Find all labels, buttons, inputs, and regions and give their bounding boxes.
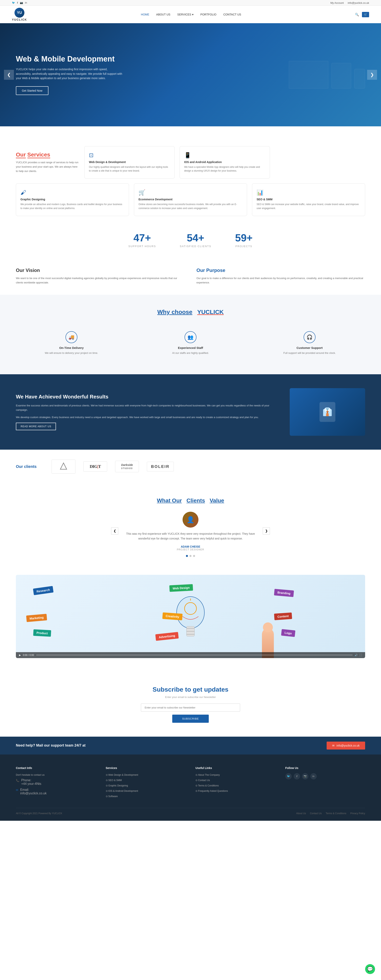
footer-phone: +44 your-4Nts <box>21 782 41 786</box>
delivery-title: On-Time Delivery <box>20 346 123 350</box>
web-design-title: Web Design & Development <box>89 161 170 164</box>
hero-section: ❮ Web & Mobile Development YUCLICK helps… <box>0 23 381 126</box>
read-more-button[interactable]: READ MORE ABOUT US <box>16 423 56 430</box>
footer-bottom-about[interactable]: About Us <box>296 812 306 815</box>
testimonial-dots <box>16 555 365 557</box>
footer-link-faq[interactable]: ⊙ Frequently Asked Questions <box>196 789 276 793</box>
video-tag-research: Research <box>33 586 53 595</box>
vision-purpose-section: Our Vision We want to be one of the most… <box>0 258 381 295</box>
footer-bottom-terms[interactable]: Terms & Conditions <box>326 812 346 815</box>
service-card-web: ⊡ Web Design & Development Our highly qu… <box>84 146 175 178</box>
support-email[interactable]: ✉ info@yuclick.co.uk <box>327 741 365 749</box>
footer-service-link-webdesign[interactable]: ⊙ Web Design & Development <box>106 773 186 777</box>
footer-link-about[interactable]: ⊙ About The Company <box>196 773 276 777</box>
footer-bottom-links: About Us Contact Us Terms & Conditions P… <box>296 812 365 815</box>
vision-text: We want to be one of the most successful… <box>16 276 185 285</box>
footer-contact-col: Contact Info Don't hesitate to contact u… <box>16 767 96 800</box>
web-design-icon: ⊡ <box>89 152 170 159</box>
footer-follow-title: Follow Us <box>285 767 365 770</box>
footer-service-link-graphic[interactable]: ⊙ Graphic Designing <box>106 784 186 788</box>
social-icons-top[interactable]: 🐦 𝐟 📷 in <box>12 1 27 4</box>
footer-services-title: Services <box>106 767 186 770</box>
client-logo-digit: DIG|T <box>83 461 107 472</box>
stat-support: 47+ SUPPORT HOURS <box>128 232 156 248</box>
subscribe-section: Subscribe to get updates Enter your emai… <box>0 672 381 737</box>
purpose-title: Our Purpose <box>196 267 365 273</box>
testimonial-role: PROJECT DESIGNER <box>121 548 260 551</box>
footer-service-link-ios[interactable]: ⊙ IOS & Android Development <box>106 789 186 793</box>
footer-bottom-privacy[interactable]: Privacy Policy <box>350 812 365 815</box>
footer-email: info@yuclick.co.uk <box>20 792 47 795</box>
testimonial-next-button[interactable]: ❯ <box>263 527 270 535</box>
achievements-section: We Have Achieved Wonderful Results Exami… <box>0 374 381 450</box>
testimonial-card: 👤 This was my first experience with YUCL… <box>121 512 260 551</box>
fullscreen-icon[interactable]: ⛶ <box>360 654 362 657</box>
cart-icon-nav[interactable]: 🛒 <box>362 12 369 17</box>
testimonial-prev-button[interactable]: ❮ <box>111 527 118 535</box>
footer-service-link-seo[interactable]: ⊙ SEO & SMM <box>106 778 186 782</box>
nav-contact[interactable]: CONTACT US <box>223 13 241 16</box>
nav-portfolio[interactable]: PORTFOLIO <box>201 13 217 16</box>
stat-projects: 59+ PROJECTS <box>235 232 253 248</box>
video-section: Research Web Design Branding Marketing C… <box>0 571 381 672</box>
logo-text: YUCLICK <box>12 18 27 21</box>
footer-instagram-icon[interactable]: 📷 <box>302 773 308 780</box>
footer: Contact Info Don't hesitate to contact u… <box>0 754 381 821</box>
my-account-link[interactable]: My Account <box>330 2 344 4</box>
twitter-icon-top[interactable]: 🐦 <box>12 1 15 4</box>
footer-phone-label: Phone: <box>21 778 41 782</box>
delivery-desc: We will ensure to delivery your project … <box>20 352 123 355</box>
logo[interactable]: YU YUCLICK <box>12 8 27 21</box>
video-time: 0:00 / 0:00 <box>23 654 34 657</box>
why-card-support: 🎧 Customer Support Full support will be … <box>254 325 365 360</box>
footer-facebook-icon[interactable]: 𝐟 <box>294 773 300 780</box>
clients-logos: DIG|T DarksideSTUDIOS BOLEIR <box>52 460 174 474</box>
email-icon: ✉ <box>332 744 335 747</box>
nav-about[interactable]: ABOUT US <box>156 13 170 16</box>
service-card-ecommerce: 🛒 Ecommerce Development Online stores ar… <box>134 183 247 216</box>
footer-link-terms[interactable]: ⊙ Terms & Conditions <box>196 784 276 788</box>
footer-bottom: All © Copyright 2021 Powered By YUCLICK … <box>16 808 365 815</box>
service-card-seo: 📊 SEO & SMM SEO & SMM can increase your … <box>252 183 365 216</box>
testimonial-dot-3[interactable] <box>193 555 195 557</box>
subscribe-input[interactable] <box>141 703 240 712</box>
linkedin-icon-top[interactable]: in <box>25 1 27 4</box>
ios-android-icon: 📱 <box>184 152 265 159</box>
nav-services[interactable]: SERVICES ▾ <box>177 13 193 16</box>
testimonial-dot-1[interactable] <box>186 555 188 557</box>
stat-clients: 54+ SATISFIED CLIENTS <box>180 232 211 248</box>
client-logo-a <box>52 460 75 474</box>
svg-point-1 <box>177 597 204 628</box>
testimonial-text: This was my first experience with YUCLIC… <box>121 531 260 541</box>
vision-block: Our Vision We want to be one of the most… <box>16 267 185 285</box>
hero-subtitle: YUCLICK helps your site make an outstand… <box>16 67 123 80</box>
search-icon-nav[interactable]: 🔍 <box>355 13 359 16</box>
footer-service-link-software[interactable]: ⊙ Software <box>106 795 186 798</box>
achievements-text: We Have Achieved Wonderful Results Exami… <box>16 394 278 430</box>
play-icon[interactable]: ▶ <box>19 654 21 657</box>
subscribe-button[interactable]: SUBSCRIBE <box>172 714 209 723</box>
facebook-icon-top[interactable]: 𝐟 <box>17 1 18 4</box>
footer-link-contact[interactable]: ⊙ Contact Us <box>196 778 276 782</box>
services-grid-bottom: 🖌 Graphic Designing We provide an attrac… <box>16 183 365 216</box>
footer-contact-title: Contact Info <box>16 767 96 770</box>
video-controls[interactable]: ▶ 0:00 / 0:00 🔊 ⛶ <box>16 652 365 658</box>
services-grid-top: Our Services YUCLICK provides a vast ran… <box>16 146 365 178</box>
clients-label: Our clients <box>16 464 44 469</box>
instagram-icon-top[interactable]: 📷 <box>20 1 23 4</box>
why-choose-plain: Why choose <box>157 309 193 315</box>
testimonial-dot-2[interactable] <box>190 555 191 557</box>
volume-icon[interactable]: 🔊 <box>355 654 357 657</box>
vision-title: Our Vision <box>16 267 185 273</box>
hero-title: Web & Mobile Development <box>16 54 123 64</box>
hero-next-arrow[interactable]: ❯ <box>367 70 377 80</box>
footer-bottom-contact[interactable]: Contact Us <box>310 812 322 815</box>
video-progress-bar[interactable] <box>36 655 352 655</box>
nav-home[interactable]: HOME <box>141 13 149 16</box>
hero-cta-button[interactable]: Get Started Now <box>16 86 48 95</box>
why-grid: 🚚 On-Time Delivery We will ensure to del… <box>16 325 365 360</box>
footer-linkedin-icon[interactable]: in <box>310 773 317 780</box>
footer-twitter-icon[interactable]: 🐦 <box>285 773 292 780</box>
support-email-text: info@yuclick.co.uk <box>336 744 360 747</box>
service-card-graphic: 🖌 Graphic Designing We provide an attrac… <box>16 183 129 216</box>
